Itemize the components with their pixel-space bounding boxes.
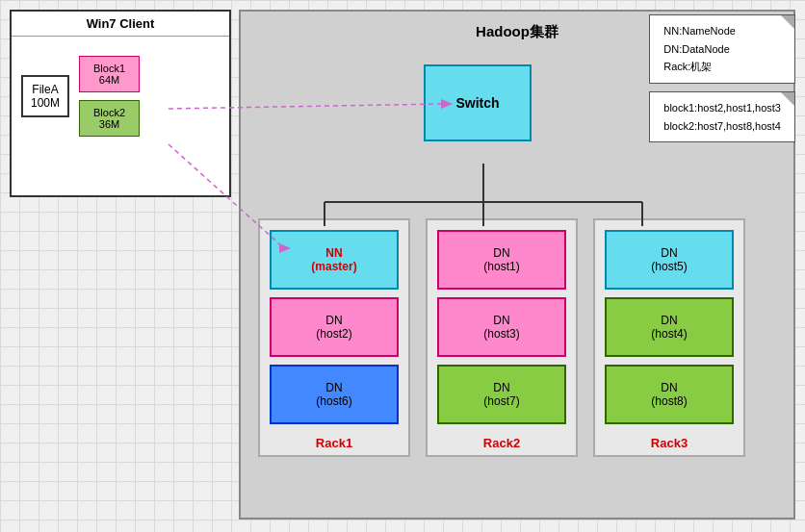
legend-area: NN:NameNode DN:DataNode Rack:机架 block1:h… [649, 14, 795, 142]
node-dn-host3: DN(host3) [437, 297, 566, 357]
node-dn-host6: DN(host6) [270, 365, 399, 424]
filea-box: FileA 100M [21, 75, 69, 117]
block1-size: 64M [93, 74, 125, 86]
block1-label: Block1 [93, 63, 125, 74]
legend-box2: block1:host2,host1,host3 block2:host7,ho… [649, 91, 795, 142]
dogear2 [781, 92, 794, 106]
win7-content: FileA 100M Block1 64M Block2 36M [12, 37, 229, 156]
node-dn-host5: DN(host5) [605, 230, 734, 290]
legend-block2: block2:host7,host8,host4 [663, 117, 781, 136]
legend-box1: NN:NameNode DN:DataNode Rack:机架 [649, 14, 795, 84]
rack1-label: Rack1 [270, 432, 399, 450]
node-dn-host1: DN(host1) [437, 230, 566, 290]
node-dn-host7: DN(host7) [437, 365, 566, 424]
node-dn-host2: DN(host2) [270, 297, 399, 357]
filea-label: FileA [31, 83, 60, 96]
node-nn-master: NN(master) [270, 230, 399, 290]
win7-client-panel: Win7 Client FileA 100M Block1 64M Block2… [10, 10, 231, 197]
block2-size: 36M [93, 118, 125, 130]
block1-box: Block1 64M [79, 56, 140, 92]
filea-size: 100M [31, 96, 60, 110]
legend-dn: DN:DataNode [663, 40, 781, 59]
rack2: DN(host1) DN(host3) DN(host7) Rack2 [426, 218, 578, 457]
rack3-label: Rack3 [605, 432, 734, 450]
rack3: DN(host5) DN(host4) DN(host8) Rack3 [593, 218, 745, 457]
node-dn-host8: DN(host8) [605, 365, 734, 424]
node-dn-host4: DN(host4) [605, 297, 734, 357]
legend-nn: NN:NameNode [663, 22, 781, 40]
block2-label: Block2 [93, 107, 125, 118]
dogear1 [781, 15, 794, 29]
switch-label: Switch [455, 95, 499, 111]
block2-box: Block2 36M [79, 100, 140, 137]
rack1: NN(master) DN(host2) DN(host6) Rack1 [258, 218, 410, 457]
legend-rack: Rack:机架 [663, 58, 781, 76]
racks-container: NN(master) DN(host2) DN(host6) Rack1 DN(… [258, 218, 745, 457]
rack2-label: Rack2 [437, 432, 566, 450]
switch-box: Switch [424, 64, 532, 141]
legend-block1: block1:host2,host1,host3 [663, 99, 781, 117]
blocks-column: Block1 64M Block2 36M [79, 56, 140, 137]
win7-title: Win7 Client [12, 12, 229, 37]
